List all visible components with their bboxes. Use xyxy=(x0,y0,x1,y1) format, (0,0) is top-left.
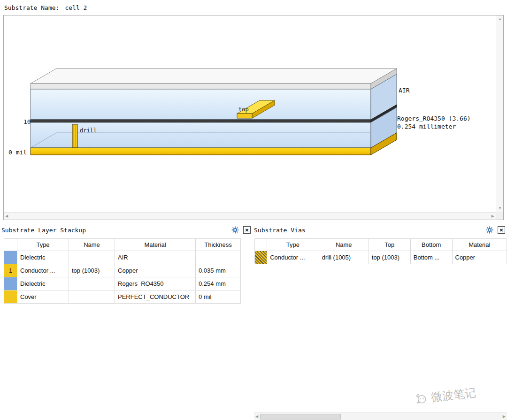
close-icon[interactable]: ✕ xyxy=(243,226,251,234)
stackup-header-row: Type Name Material Thickness xyxy=(4,239,241,251)
table-row[interactable]: Dielectric Rogers_RO4350 0.254 mm xyxy=(4,277,241,290)
type-column-header: Type xyxy=(267,239,319,251)
material-column-header: Material xyxy=(452,239,507,251)
thickness-column-header: Thickness xyxy=(196,239,241,251)
scroll-left-icon[interactable]: ◀ xyxy=(5,214,8,218)
gear-icon[interactable] xyxy=(231,226,239,234)
scrollbar-thumb[interactable] xyxy=(260,414,341,420)
layer-material-cell[interactable]: Rogers_RO4350 xyxy=(115,277,196,290)
viewer-vertical-scrollbar[interactable]: ▲ ▼ xyxy=(496,15,503,212)
layer-thickness-cell[interactable]: 0 mil xyxy=(196,290,241,304)
via-drill[interactable] xyxy=(72,124,77,148)
layer-type-cell[interactable]: Cover xyxy=(17,290,69,304)
layer-thickness-cell[interactable]: 0.254 mm xyxy=(196,277,241,290)
height-label-top: 10 xyxy=(23,118,31,125)
substrate-name-bar: Substrate Name:cell_2 xyxy=(4,4,87,11)
via-type-cell[interactable]: Conductor ... xyxy=(267,251,319,264)
table-row[interactable]: Conductor ... drill (1005) top (1003) Bo… xyxy=(255,251,507,264)
layer-name-cell[interactable] xyxy=(69,277,115,290)
table-row[interactable]: Cover PERFECT_CONDUCTOR 0 mil xyxy=(4,290,241,304)
stackup-panel-title: Substrate Layer Stackup xyxy=(1,227,86,234)
layer-thickness-cell[interactable]: 0.035 mm xyxy=(196,264,241,277)
vias-panel-title: Substrate Vias xyxy=(254,227,306,234)
substrate-3d-scene: top drill 10 0 mil AIR Rogers_RO4350 (3.… xyxy=(4,15,496,213)
viewer-horizontal-scrollbar[interactable]: ◀ ▶ xyxy=(4,212,496,220)
layer-material-cell[interactable]: PERFECT_CONDUCTOR xyxy=(115,290,196,304)
top-column-header: Top xyxy=(369,239,410,251)
layer-name-cell[interactable]: top (1003) xyxy=(69,264,115,277)
substrate-label-line2: 0.254 millimeter xyxy=(397,123,456,130)
table-row[interactable]: 1 Conductor ... top (1003) Copper 0.035 … xyxy=(4,264,241,277)
name-column-header: Name xyxy=(69,239,115,251)
swatch-column-header xyxy=(255,239,267,251)
substrate-name-value: cell_2 xyxy=(65,4,87,11)
via-material-cell[interactable]: Copper xyxy=(452,251,507,264)
scrollbar-corner xyxy=(496,212,503,220)
swatch-column-header xyxy=(4,239,17,251)
layer-swatch[interactable]: 1 xyxy=(4,264,17,277)
bottom-column-header: Bottom xyxy=(410,239,452,251)
stackup-panel-header: Substrate Layer Stackup ✕ xyxy=(1,225,253,235)
gear-icon[interactable] xyxy=(485,226,494,234)
via-label: drill xyxy=(80,127,97,134)
layer-swatch[interactable] xyxy=(4,277,17,290)
trace-label: top xyxy=(238,106,249,113)
vias-panel-header: Substrate Vias ✕ xyxy=(254,225,507,235)
stackup-panel: Substrate Layer Stackup ✕ Type Name Mat xyxy=(1,225,253,420)
scroll-right-icon[interactable]: ▶ xyxy=(492,214,494,218)
table-row[interactable]: Dielectric AIR xyxy=(4,251,241,264)
substrate-3d-view[interactable]: top drill 10 0 mil AIR Rogers_RO4350 (3.… xyxy=(3,15,504,220)
via-swatch[interactable] xyxy=(255,251,267,264)
layer-swatch[interactable] xyxy=(4,290,17,304)
layer-swatch[interactable] xyxy=(4,251,17,264)
layer-type-cell[interactable]: Conductor ... xyxy=(17,264,69,277)
top-cover-slab[interactable] xyxy=(31,69,397,89)
close-icon[interactable]: ✕ xyxy=(498,226,505,234)
layer-material-cell[interactable]: AIR xyxy=(115,251,196,264)
substrate-label-line1: Rogers_RO4350 (3.66) xyxy=(397,115,471,122)
vias-table: Type Name Top Bottom Material Conductor … xyxy=(254,238,507,264)
material-column-header: Material xyxy=(115,239,196,251)
layer-thickness-cell[interactable] xyxy=(196,251,241,264)
height-label-bottom: 0 mil xyxy=(8,149,27,156)
name-column-header: Name xyxy=(319,239,369,251)
layer-type-cell[interactable]: Dielectric xyxy=(17,277,69,290)
layer-name-cell[interactable] xyxy=(69,290,115,304)
stackup-table: Type Name Material Thickness Dielectric … xyxy=(4,238,241,304)
layer-name-cell[interactable] xyxy=(69,251,115,264)
scroll-right-icon[interactable]: ▶ xyxy=(503,415,506,419)
vias-header-row: Type Name Top Bottom Material xyxy=(255,239,507,251)
scroll-down-icon[interactable]: ▼ xyxy=(498,206,502,210)
via-bottom-cell[interactable]: Bottom ... xyxy=(410,251,452,264)
via-name-cell[interactable]: drill (1005) xyxy=(319,251,369,264)
watermark-logo-icon xyxy=(414,390,429,406)
type-column-header: Type xyxy=(17,239,69,251)
via-top-cell[interactable]: top (1003) xyxy=(369,251,410,264)
scroll-left-icon[interactable]: ◀ xyxy=(255,415,258,419)
scroll-up-icon[interactable]: ▲ xyxy=(498,17,502,21)
layer-type-cell[interactable]: Dielectric xyxy=(17,251,69,264)
layer-material-cell[interactable]: Copper xyxy=(115,264,196,277)
substrate-name-label: Substrate Name: xyxy=(4,4,59,11)
air-label: AIR xyxy=(399,87,410,94)
vias-horizontal-scrollbar[interactable]: ◀ ▶ xyxy=(254,412,507,420)
